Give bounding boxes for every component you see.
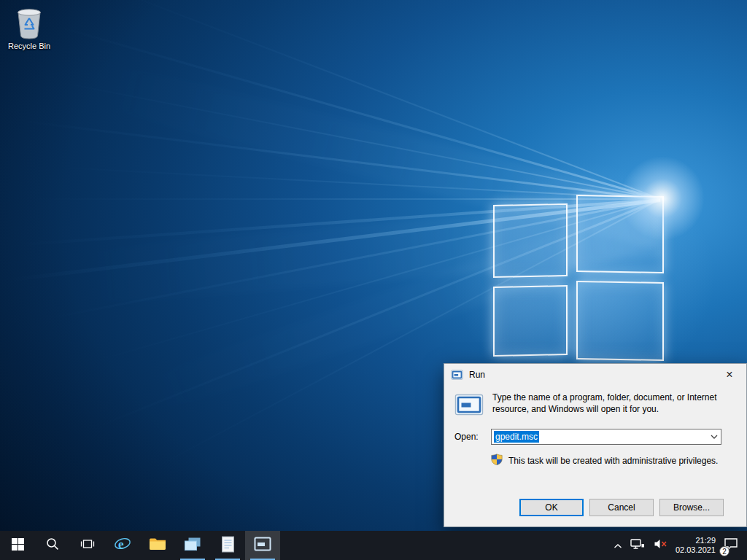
run-dialog-body: Type the name of a program, folder, docu…: [444, 386, 746, 467]
browse-button[interactable]: Browse...: [659, 499, 724, 516]
taskbar-item-run[interactable]: [245, 531, 280, 560]
taskbar: e: [0, 531, 747, 560]
svg-text:e: e: [118, 537, 124, 551]
task-view-icon: [80, 538, 95, 553]
taskbar-item-internet-explorer[interactable]: e: [105, 531, 140, 560]
start-button[interactable]: [0, 531, 35, 560]
windows-start-icon: [12, 538, 24, 553]
task-view-button[interactable]: [70, 531, 105, 560]
internet-explorer-icon: e: [114, 535, 131, 556]
open-input-value: gpedit.msc: [494, 431, 539, 443]
taskbar-item-notepad[interactable]: [210, 531, 245, 560]
run-dialog-title: Run: [469, 370, 485, 380]
run-dialog: Run × Type the name of a program, folder…: [444, 363, 747, 527]
search-icon: [46, 537, 59, 553]
open-label: Open:: [454, 432, 491, 442]
taskbar-item-window-app[interactable]: [175, 531, 210, 560]
run-dialog-titlebar[interactable]: Run ×: [444, 364, 746, 386]
clock-date: 02.03.2021: [676, 545, 716, 555]
notification-badge: 2: [719, 546, 729, 556]
folder-icon: [149, 537, 166, 554]
cancel-button[interactable]: Cancel: [589, 499, 654, 516]
stacked-windows-icon: [184, 537, 201, 554]
open-input[interactable]: gpedit.msc: [491, 429, 721, 445]
ok-button[interactable]: OK: [519, 499, 584, 516]
network-icon: [630, 538, 645, 553]
volume-button[interactable]: [653, 531, 667, 560]
recycle-bin-label: Recycle Bin: [6, 42, 53, 50]
run-window-icon: [254, 537, 271, 554]
taskbar-item-file-explorer[interactable]: [140, 531, 175, 560]
notepad-icon: [221, 536, 235, 556]
system-tray: 21:29 02.03.2021 2: [614, 531, 747, 560]
network-status-button[interactable]: [630, 531, 645, 560]
recycle-bin[interactable]: Recycle Bin: [6, 6, 53, 50]
tray-expand-button[interactable]: [614, 531, 622, 560]
run-window-icon: [451, 370, 463, 380]
search-button[interactable]: [35, 531, 70, 560]
uac-shield-icon: [491, 454, 503, 467]
taskbar-clock[interactable]: 21:29 02.03.2021: [676, 531, 716, 560]
recycle-bin-icon: [6, 6, 53, 39]
clock-time: 21:29: [676, 536, 716, 545]
run-window-icon-large: [454, 392, 485, 418]
combo-dropdown-arrow-icon[interactable]: [708, 430, 720, 443]
chevron-up-icon: [614, 539, 622, 552]
volume-muted-icon: [653, 538, 667, 553]
run-dialog-description: Type the name of a program, folder, docu…: [492, 392, 727, 415]
close-button[interactable]: ×: [713, 364, 746, 386]
admin-privileges-notice: This task will be created with administr…: [508, 456, 718, 466]
action-center-button[interactable]: 2: [724, 531, 738, 560]
